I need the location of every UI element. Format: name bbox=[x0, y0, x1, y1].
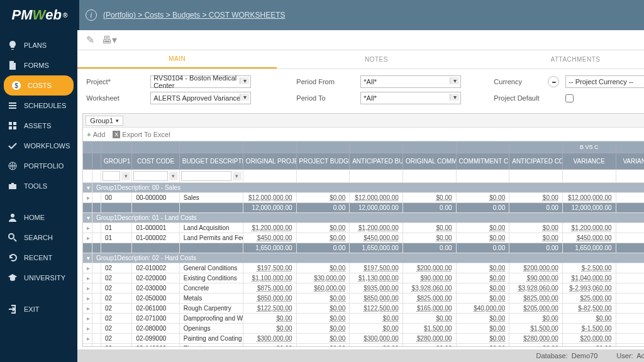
row-expand-icon[interactable]: ▸ bbox=[83, 233, 92, 243]
collapse-icon[interactable]: ▾ bbox=[83, 183, 92, 193]
sidebar-item-assets[interactable]: ASSETS bbox=[0, 116, 77, 136]
table-row[interactable]: ▸0202-050000Metals$850,000.00$0.00$850,0… bbox=[83, 293, 644, 304]
table-row[interactable]: ▸0202-099000Painting and Coating$300,000… bbox=[83, 334, 644, 344]
table-row[interactable]: ▸0101-000002Land Permits and Fees$450,00… bbox=[83, 233, 644, 243]
group-title: Group1Description: 01 - Land Costs bbox=[92, 213, 644, 223]
svg-point-13 bbox=[9, 234, 14, 239]
export-excel-button[interactable]: XExport To Excel bbox=[113, 131, 170, 138]
row-expand-icon[interactable]: ▸ bbox=[83, 263, 92, 273]
status-bar: Database: Demo70 User: Admin bbox=[77, 349, 644, 362]
sidebar-item-university[interactable]: UNIVERSITY bbox=[0, 268, 77, 288]
sidebar-item-workflows[interactable]: WORKFLOWS bbox=[0, 136, 77, 156]
table-row[interactable]: ▸0000-000000Sales$12,000,000.00$0.00$12,… bbox=[83, 193, 644, 203]
filter-panel: Project RVS0104 - Boston Medical Center … bbox=[77, 69, 644, 113]
table-row[interactable]: ▸0202-142000Elevators$0.00$0.00$0.00$0.0… bbox=[83, 344, 644, 347]
sidebar-item-portfolio[interactable]: PORTFOLIO bbox=[0, 156, 77, 176]
col-header[interactable]: VARIANCE % bbox=[616, 153, 644, 170]
svg-rect-4 bbox=[9, 107, 16, 109]
filter-icon[interactable]: ▾ bbox=[121, 172, 130, 180]
table-row[interactable]: ▸0202-061000Rough Carpentry$122,500.00$0… bbox=[83, 304, 644, 314]
sidebar-item-tools[interactable]: TOOLS bbox=[0, 176, 77, 196]
check-icon bbox=[8, 141, 18, 151]
col-header[interactable]: BUDGET DESCRIPTION bbox=[179, 153, 243, 170]
project-default-checkbox[interactable] bbox=[565, 94, 574, 102]
col-header[interactable]: COMMITMENT C bbox=[456, 153, 509, 170]
row-expand-icon[interactable]: ▸ bbox=[83, 314, 92, 324]
table-row[interactable]: ▸0202-020000Existing Conditions$1,100,00… bbox=[83, 273, 644, 283]
breadcrumb[interactable]: (Portfolio) > Costs > Budgets > COST WOR… bbox=[103, 11, 286, 19]
tab-notes[interactable]: NOTES bbox=[277, 50, 476, 69]
project-select[interactable]: RVS0104 - Boston Medical Center bbox=[150, 75, 251, 88]
row-expand-icon[interactable]: ▸ bbox=[83, 344, 92, 347]
sidebar-item-label: RECENT bbox=[24, 254, 52, 261]
col-header[interactable]: ANTICIPATED BUD bbox=[350, 153, 403, 170]
filter-input[interactable] bbox=[133, 171, 167, 181]
table-row[interactable]: ▸0202-010002General Conditions$197,500.0… bbox=[83, 263, 644, 273]
col-header[interactable]: ANTICIPATED COS bbox=[509, 153, 563, 170]
row-expand-icon[interactable]: ▸ bbox=[83, 193, 92, 203]
col-header[interactable]: VARIANCE bbox=[562, 153, 616, 170]
info-icon[interactable]: i bbox=[86, 9, 97, 21]
exit-icon bbox=[8, 304, 18, 314]
sidebar-item-label: PORTFOLIO bbox=[24, 162, 64, 170]
sidebar-item-search[interactable]: SEARCH bbox=[0, 228, 77, 248]
logo: PMWeb® bbox=[0, 0, 79, 30]
col-header[interactable]: ORIGINAL COMMIT bbox=[402, 153, 456, 170]
worksheet-select[interactable]: ALERTS Approved Variances bbox=[150, 92, 251, 104]
period-to-select[interactable]: *All* bbox=[360, 92, 461, 104]
super-header: B VS C bbox=[562, 141, 616, 153]
dollar-icon: $ bbox=[11, 80, 21, 90]
table-row[interactable]: ▸0202-080000Openings$0.00$0.00$0.00$1,50… bbox=[83, 324, 644, 334]
currency-select[interactable]: -- Project Currency -- bbox=[565, 75, 644, 88]
group-button[interactable]: Group1 bbox=[86, 116, 123, 126]
sidebar-item-exit[interactable]: EXIT bbox=[0, 299, 77, 319]
col-header[interactable]: PROJECT BUDGET bbox=[296, 153, 350, 170]
collapse-icon[interactable]: ▾ bbox=[83, 253, 92, 263]
sidebar-item-label: SCHEDULES bbox=[24, 102, 66, 109]
user-icon bbox=[8, 212, 18, 222]
svg-rect-10 bbox=[9, 184, 16, 189]
add-button[interactable]: +Add bbox=[87, 131, 105, 138]
tab-main[interactable]: MAIN bbox=[77, 50, 277, 69]
filter-icon[interactable]: ▾ bbox=[233, 172, 242, 180]
sidebar-item-schedules[interactable]: SCHEDULES bbox=[0, 96, 77, 116]
sidebar-item-recent[interactable]: RECENT bbox=[0, 248, 77, 268]
svg-point-12 bbox=[11, 214, 14, 217]
sidebar-item-costs[interactable]: $COSTS bbox=[4, 75, 74, 96]
edit-icon[interactable]: ✎ bbox=[86, 34, 94, 46]
case-icon bbox=[8, 181, 18, 191]
col-header[interactable]: GROUP1 bbox=[101, 153, 132, 170]
col-header[interactable]: ORIGINAL PROJECT bbox=[243, 153, 296, 170]
row-expand-icon[interactable]: ▸ bbox=[83, 324, 92, 334]
sidebar-item-forms[interactable]: FORMS bbox=[0, 55, 77, 75]
row-expand-icon[interactable]: ▸ bbox=[83, 293, 92, 304]
group-title: Group1Description: 00 - Sales bbox=[92, 183, 644, 193]
currency-label: Currency bbox=[494, 78, 544, 85]
row-expand-icon[interactable]: ▸ bbox=[83, 273, 92, 283]
table-row[interactable]: ▸0202-071000Dampproofing and Wa$0.00$0.0… bbox=[83, 314, 644, 324]
svg-rect-3 bbox=[9, 105, 16, 106]
row-expand-icon[interactable]: ▸ bbox=[83, 334, 92, 344]
sidebar-item-label: ASSETS bbox=[24, 122, 51, 129]
sidebar-item-home[interactable]: HOME bbox=[0, 207, 77, 228]
collapse-icon[interactable]: ▾ bbox=[83, 213, 92, 223]
row-expand-icon[interactable]: ▸ bbox=[83, 283, 92, 293]
filter-icon[interactable]: ▾ bbox=[169, 172, 178, 180]
col-header[interactable]: COST CODE bbox=[132, 153, 179, 170]
row-expand-icon[interactable]: ▸ bbox=[83, 223, 92, 233]
sidebar-item-plans[interactable]: PLANS bbox=[0, 35, 77, 55]
sidebar: PLANSFORMS$COSTSSCHEDULESASSETSWORKFLOWS… bbox=[0, 30, 77, 362]
row-expand-icon[interactable]: ▸ bbox=[83, 304, 92, 314]
period-from-select[interactable]: *All* bbox=[360, 75, 461, 88]
grid: Group1 +Add XExport To Excel B VS CGROUP… bbox=[82, 113, 644, 347]
svg-rect-2 bbox=[9, 102, 16, 104]
table-row[interactable]: ▸0202-030000Concrete$875,000.00$60,000.0… bbox=[83, 283, 644, 293]
table-row[interactable]: ▸0101-000001Land Acquisition$1,200,000.0… bbox=[83, 223, 644, 233]
print-icon[interactable]: 🖶▾ bbox=[102, 34, 117, 46]
currency-picker-icon[interactable]: ••• bbox=[548, 76, 559, 87]
filter-input[interactable] bbox=[103, 171, 120, 181]
sidebar-item-label: TOOLS bbox=[24, 182, 47, 190]
svg-rect-11 bbox=[11, 183, 14, 184]
tab-attachments[interactable]: ATTACHMENTS bbox=[476, 50, 644, 69]
filter-input[interactable] bbox=[181, 171, 231, 181]
